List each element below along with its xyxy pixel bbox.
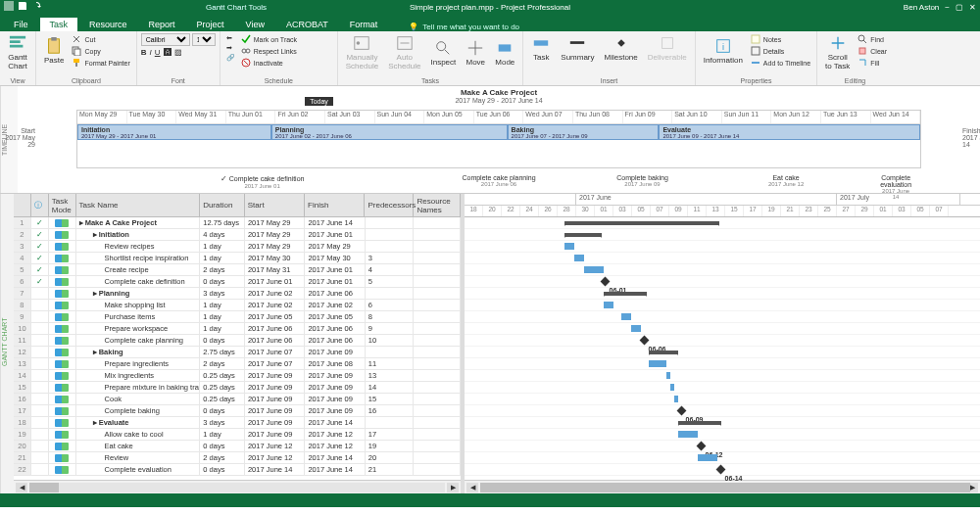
timeline-bar-initiation[interactable]: Initiation2017 May 29 - 2017 June 01	[77, 124, 271, 140]
resource-cell[interactable]	[414, 370, 461, 381]
copy-button[interactable]: Copy	[70, 45, 131, 57]
task-mode-cell[interactable]	[49, 417, 76, 428]
finish-cell[interactable]: 2017 June 06	[305, 335, 365, 346]
start-cell[interactable]: 2017 May 31	[245, 264, 305, 275]
grid-scrollbar[interactable]: ◀ ▶	[14, 480, 461, 493]
table-row[interactable]: 14Mix ingredients0.25 days2017 June 0920…	[14, 370, 461, 382]
duration-cell[interactable]: 2 days	[200, 358, 245, 369]
task-name-cell[interactable]: Create recipe	[76, 264, 201, 275]
start-cell[interactable]: 2017 May 29	[245, 241, 305, 252]
start-cell[interactable]: 2017 June 09	[245, 417, 305, 428]
paste-button[interactable]: Paste	[40, 33, 68, 69]
chart-row[interactable]	[465, 358, 980, 370]
row-number[interactable]: 4	[14, 253, 31, 263]
row-number[interactable]: 19	[14, 429, 31, 440]
predecessor-cell[interactable]: 9	[366, 323, 415, 334]
predecessor-cell[interactable]: 14	[366, 382, 415, 393]
table-row[interactable]: 13Prepare ingredients2 days2017 June 072…	[14, 358, 461, 370]
chart-row[interactable]	[465, 229, 980, 241]
chart-row[interactable]	[465, 253, 980, 264]
duration-cell[interactable]: 12.75 days	[200, 217, 245, 228]
gantt-bar[interactable]	[574, 255, 584, 261]
task-name-cell[interactable]: Cook	[76, 394, 201, 404]
task-mode-cell[interactable]	[49, 300, 76, 310]
scroll-right-icon[interactable]: ▶	[447, 483, 459, 492]
start-cell[interactable]: 2017 June 09	[245, 429, 305, 440]
finish-cell[interactable]: 2017 June 09	[305, 394, 365, 404]
row-number[interactable]: 11	[14, 335, 31, 346]
predecessor-cell[interactable]: 10	[366, 335, 415, 346]
italic-button[interactable]: I	[150, 48, 152, 57]
predecessor-cell[interactable]	[366, 229, 415, 240]
duration-cell[interactable]: 0 days	[200, 276, 245, 287]
row-number[interactable]: 6	[14, 276, 31, 287]
row-number[interactable]: 9	[14, 311, 31, 322]
milestone-button[interactable]: Milestone	[601, 33, 642, 63]
task-name-cell[interactable]: Make shopping list	[76, 300, 201, 310]
table-row[interactable]: 7▸ Planning3 days2017 June 022017 June 0…	[14, 288, 461, 300]
chart-row[interactable]	[465, 264, 980, 276]
start-cell[interactable]: 2017 June 02	[245, 300, 305, 310]
finish-cell[interactable]: 2017 June 12	[305, 429, 365, 440]
table-row[interactable]: 21Review2 days2017 June 122017 June 1420	[14, 452, 461, 464]
resource-cell[interactable]	[414, 394, 461, 404]
start-cell[interactable]: 2017 June 09	[245, 405, 305, 416]
ribbon-tab-resource[interactable]: Resource	[79, 18, 137, 31]
inactivate-button[interactable]: Inactivate	[239, 57, 299, 69]
chart-row[interactable]	[465, 347, 980, 358]
task-name-cell[interactable]: Mix ingredients	[76, 370, 201, 381]
indent-left-button[interactable]: ⬅	[224, 33, 237, 43]
row-number[interactable]: 18	[14, 417, 31, 428]
task-mode-cell[interactable]	[49, 452, 76, 463]
task-name-cell[interactable]: Allow cake to cool	[76, 429, 201, 440]
indent-right-button[interactable]: ➡	[224, 43, 237, 53]
ribbon-tab-project[interactable]: Project	[187, 18, 234, 31]
summary-bar[interactable]	[649, 351, 678, 354]
scroll-to-task-button[interactable]: Scroll to Task	[821, 33, 854, 71]
chart-row[interactable]	[465, 288, 980, 300]
respect-links-button[interactable]: Respect Links	[239, 45, 299, 57]
chart-row[interactable]	[465, 382, 980, 394]
finish-cell[interactable]: 2017 June 14	[305, 452, 365, 463]
finish-cell[interactable]: 2017 June 14	[305, 217, 365, 228]
table-row[interactable]: 20Eat cake0 days2017 June 122017 June 12…	[14, 441, 461, 452]
fill-color-button[interactable]: ▨	[174, 48, 182, 57]
start-cell[interactable]: 2017 May 30	[245, 253, 305, 263]
close-icon[interactable]: ✕	[969, 3, 976, 12]
table-row[interactable]: 1✓▸ Make A Cake Project12.75 days2017 Ma…	[14, 217, 461, 229]
gantt-bar[interactable]	[678, 431, 698, 438]
row-number[interactable]: 21	[14, 452, 31, 463]
resource-cell[interactable]	[414, 288, 461, 299]
duration-cell[interactable]: 0 days	[200, 441, 245, 451]
link-button[interactable]: 🔗	[224, 53, 237, 63]
font-size-select[interactable]: 11	[192, 33, 216, 46]
timeline-milestone[interactable]: Eat cake2017 June 12	[768, 174, 804, 187]
gantt-bar[interactable]	[621, 313, 631, 320]
table-row[interactable]: 5✓Create recipe2 days2017 May 312017 Jun…	[14, 264, 461, 276]
duration-cell[interactable]: 1 day	[200, 311, 245, 322]
row-number[interactable]: 14	[14, 370, 31, 381]
fill-button[interactable]: Fill	[856, 57, 889, 69]
task-name-cell[interactable]: ▸ Evaluate	[76, 417, 201, 428]
summary-bar[interactable]	[604, 292, 647, 296]
finish-cell[interactable]: 2017 June 01	[305, 264, 365, 275]
finish-cell[interactable]: 2017 June 14	[305, 464, 365, 475]
details-button[interactable]: Details	[749, 45, 812, 57]
resource-cell[interactable]	[414, 229, 461, 240]
underline-button[interactable]: U	[155, 48, 161, 57]
row-number[interactable]: 17	[14, 405, 31, 416]
resource-cell[interactable]	[414, 405, 461, 416]
table-row[interactable]: 8Make shopping list1 day2017 June 022017…	[14, 300, 461, 311]
chart-row[interactable]	[465, 370, 980, 382]
task-name-cell[interactable]: Complete cake definition	[76, 276, 201, 287]
timeline-milestone[interactable]: Complete evaluation2017 June 14	[880, 174, 911, 200]
chart-row[interactable]	[465, 335, 980, 347]
manually-schedule-button[interactable]: Manually Schedule	[342, 33, 382, 71]
predecessor-cell[interactable]: 11	[366, 358, 415, 369]
bold-button[interactable]: B	[141, 48, 147, 57]
task-name-cell[interactable]: ▸ Planning	[76, 288, 201, 299]
task-mode-cell[interactable]	[49, 323, 76, 334]
task-name-cell[interactable]: ▸ Baking	[76, 347, 201, 357]
task-name-cell[interactable]: Eat cake	[76, 441, 201, 451]
gantt-bar[interactable]	[604, 302, 613, 308]
